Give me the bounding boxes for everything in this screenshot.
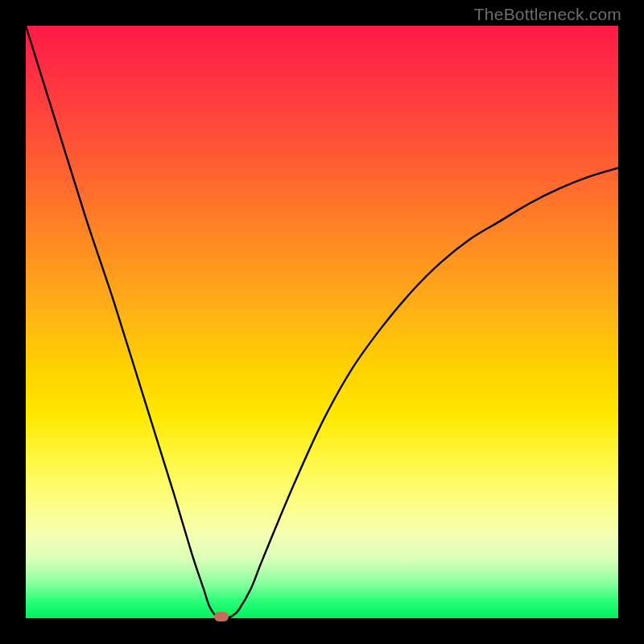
bottleneck-curve <box>26 26 618 618</box>
optimum-marker <box>214 612 229 621</box>
watermark-text: TheBottleneck.com <box>474 5 621 24</box>
plot-area <box>26 26 618 618</box>
chart-frame: TheBottleneck.com <box>0 0 644 644</box>
